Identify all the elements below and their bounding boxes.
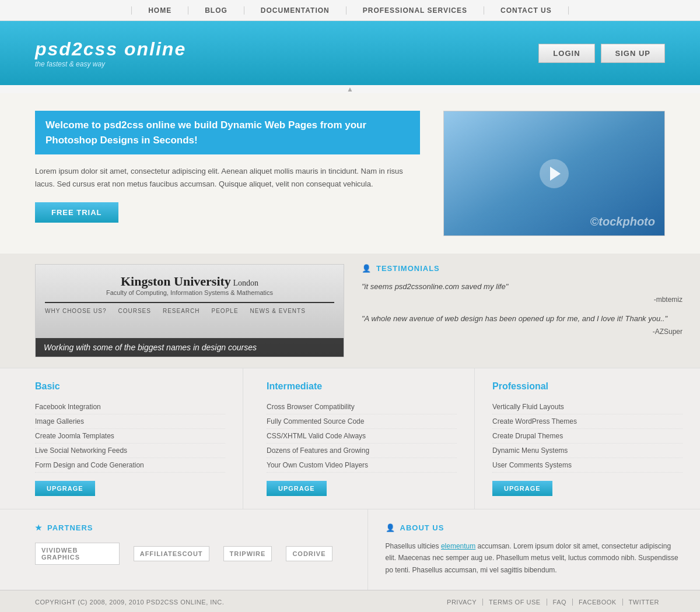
plan-feature: Facebook Integration xyxy=(35,400,225,414)
plan-feature: Cross Browser Compatibility xyxy=(267,400,457,414)
about-text-before: Phasellus ulticies xyxy=(386,542,441,550)
partners-section: ★ PARTNERS VIVIDWEB graphics AFFILIATESC… xyxy=(0,509,368,590)
nav-home[interactable]: HOME xyxy=(131,6,188,15)
testimonial-quote-2: "A whole new avenue of web design has be… xyxy=(362,313,682,325)
main-hero-section: Welcome to psd2css online we build Dynam… xyxy=(0,93,700,254)
about-person-icon: 👤 xyxy=(386,523,396,532)
uni-nav-item: COURSES xyxy=(118,308,151,314)
university-subtitle: Faculty of Computing, Information System… xyxy=(106,289,273,296)
plan-feature: Your Own Custom Video Players xyxy=(267,458,457,473)
uni-nav-item: WHY CHOOSE US? xyxy=(45,308,107,314)
testimonial-author-2: -AZSuper xyxy=(362,328,682,336)
uni-nav-item: RESEARCH xyxy=(163,308,200,314)
testimonial-author-1: -mbtemiz xyxy=(362,296,682,304)
site-header: psd2css online the fastest & easy way LO… xyxy=(0,21,700,85)
nav-blog[interactable]: BLOG xyxy=(188,6,244,15)
testimonial-quote-1: "it seems psd2cssonline.com saved my lif… xyxy=(362,281,682,293)
partners-title: ★ PARTNERS xyxy=(35,523,332,532)
plan-feature: Create Joomla Templates xyxy=(35,429,225,444)
logo-name: psd2css online xyxy=(35,38,186,60)
university-city: London xyxy=(233,279,258,287)
plans-section: Basic Facebook Integration Image Galleri… xyxy=(0,368,700,509)
hero-video-thumb[interactable]: ©tockphoto xyxy=(443,111,665,236)
partner-logo-affiliatescout: AFFILIATESCOUT xyxy=(134,546,209,561)
hero-title: Welcome to psd2css online we build Dynam… xyxy=(35,111,420,154)
logo: psd2css online the fastest & easy way xyxy=(35,38,186,68)
about-title: 👤 ABOUT US xyxy=(386,523,683,532)
plan-feature: User Comments Systems xyxy=(492,458,682,473)
footer-link-facebook[interactable]: FACEBOOK xyxy=(573,599,623,606)
plan-feature: Image Galleries xyxy=(35,414,225,429)
plan-basic-title: Basic xyxy=(35,381,225,392)
upgrade-professional-button[interactable]: UPGRAGE xyxy=(492,481,552,496)
plan-professional-title: Professional xyxy=(492,381,682,392)
testimonials-section: 👤 TESTIMONIALS "it seems psd2cssonline.c… xyxy=(344,254,700,368)
star-icon: ★ xyxy=(35,523,43,532)
upgrade-basic-button[interactable]: UPGRAGE xyxy=(35,481,95,496)
testimonials-title: 👤 TESTIMONIALS xyxy=(362,264,682,273)
plan-professional: Professional Vertically Fluid Layouts Cr… xyxy=(475,368,700,509)
footer-link-terms[interactable]: TERMS OF USE xyxy=(483,599,547,606)
logo-tagline: the fastest & easy way xyxy=(35,60,186,68)
uni-nav-item: PEOPLE xyxy=(212,308,239,314)
nav-contact-us[interactable]: CONTACT US xyxy=(484,6,569,15)
plan-feature: Create WordPress Themes xyxy=(492,414,682,429)
plan-feature: Form Design and Code Generation xyxy=(35,458,225,473)
footer-links: PRIVACY TERMS OF USE FAQ FACEBOOK TWITTE… xyxy=(441,599,665,606)
hero-description: Lorem ipsum dolor sit amet, consectetur … xyxy=(35,165,420,191)
plan-feature: Create Drupal Themes xyxy=(492,429,682,444)
plan-feature: Vertically Fluid Layouts xyxy=(492,400,682,414)
plan-intermediate: Intermediate Cross Browser Compatibility… xyxy=(243,368,475,509)
plan-feature: Fully Commented Source Code xyxy=(267,414,457,429)
login-button[interactable]: LOGIN xyxy=(538,44,594,63)
video-watermark: ©tockphoto xyxy=(590,215,655,228)
partner-logo-codrive: Codrive xyxy=(286,546,332,561)
middle-section: Kingston University London Faculty of Co… xyxy=(0,254,700,368)
signup-button[interactable]: SIGN UP xyxy=(601,44,665,63)
university-image: Kingston University London Faculty of Co… xyxy=(35,264,344,357)
top-navigation: HOME BLOG DOCUMENTATION PROFESSIONAL SER… xyxy=(0,0,700,21)
plan-feature: Dozens of Features and Growing xyxy=(267,444,457,458)
person-icon: 👤 xyxy=(362,264,372,273)
bottom-footer: COPYRIGHT (C) 2008, 2009, 2010 PSD2CSS O… xyxy=(0,590,700,612)
play-button[interactable] xyxy=(540,159,569,188)
plan-feature: CSS/XHTML Valid Code Always xyxy=(267,429,457,444)
nav-professional-services[interactable]: PROFESSIONAL SERVICES xyxy=(346,6,484,15)
about-link[interactable]: elementum xyxy=(441,542,475,550)
footer-info-section: ★ PARTNERS VIVIDWEB graphics AFFILIATESC… xyxy=(0,509,700,590)
free-trial-button[interactable]: FREE TRIAL xyxy=(35,202,118,223)
nav-arrow-indicator: ▲ xyxy=(0,85,700,93)
footer-link-privacy[interactable]: PRIVACY xyxy=(441,599,483,606)
footer-link-twitter[interactable]: TWITTER xyxy=(623,599,665,606)
plan-intermediate-title: Intermediate xyxy=(267,381,457,392)
uni-nav-item: NEWS & EVENTS xyxy=(250,308,306,314)
about-text: Phasellus ulticies elementum accumsan. L… xyxy=(386,540,683,576)
about-section: 👤 ABOUT US Phasellus ulticies elementum … xyxy=(368,509,701,590)
university-name: Kingston University xyxy=(121,274,231,289)
plan-feature: Dynamic Menu Systems xyxy=(492,444,682,458)
upgrade-intermediate-button[interactable]: UPGRAGE xyxy=(267,481,327,496)
plan-basic: Basic Facebook Integration Image Galleri… xyxy=(0,368,243,509)
header-auth-buttons: LOGIN SIGN UP xyxy=(538,44,665,63)
partner-logo-vividweb: VIVIDWEB graphics xyxy=(35,543,120,565)
university-nav: WHY CHOOSE US? COURSES RESEARCH PEOPLE N… xyxy=(45,302,334,314)
partner-logos-row: VIVIDWEB graphics AFFILIATESCOUT tripwir… xyxy=(35,543,332,565)
nav-documentation[interactable]: DOCUMENTATION xyxy=(244,6,346,15)
copyright-text: COPYRIGHT (C) 2008, 2009, 2010 PSD2CSS O… xyxy=(35,599,224,606)
partner-logo-tripwire: tripwire xyxy=(223,546,272,561)
hero-content-left: Welcome to psd2css online we build Dynam… xyxy=(35,111,420,236)
plan-feature: Live Social Networking Feeds xyxy=(35,444,225,458)
university-bottom-text: Working with some of the biggest names i… xyxy=(36,338,344,357)
footer-link-faq[interactable]: FAQ xyxy=(547,599,573,606)
